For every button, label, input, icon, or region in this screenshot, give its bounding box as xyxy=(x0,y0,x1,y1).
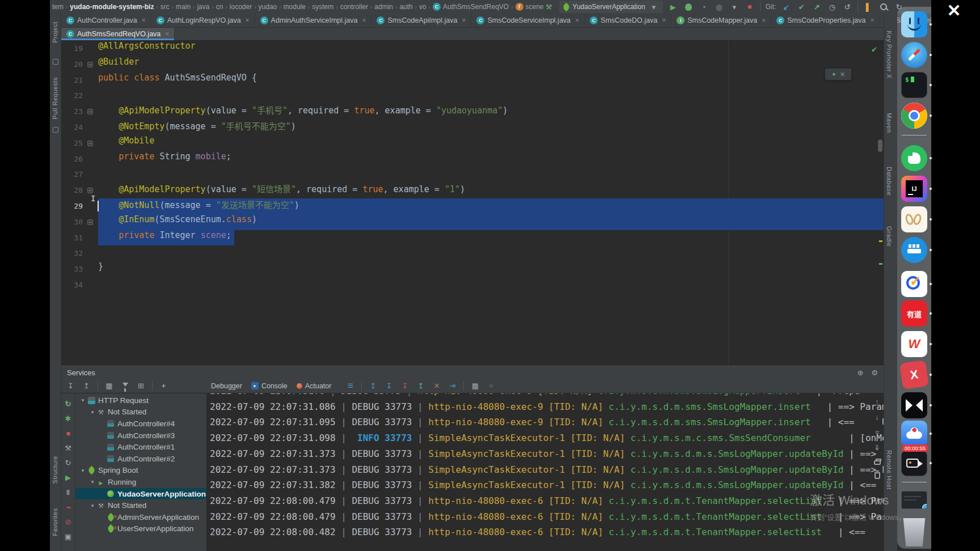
dock-item-trash[interactable] xyxy=(901,518,927,546)
breadcrumb-item[interactable]: yudao xyxy=(259,3,277,11)
tree-item[interactable]: YudaoServerApplication xyxy=(75,488,206,500)
tree-item[interactable]: AdminServerApplication xyxy=(75,511,206,523)
breadcrumb-item[interactable]: vo xyxy=(419,3,426,11)
tree-chevron-icon[interactable]: ▾ xyxy=(79,468,87,473)
editor-tab[interactable]: CSmsCodeServiceImpl.java× xyxy=(471,14,585,27)
profiler-button[interactable] xyxy=(699,2,709,12)
pin-icon[interactable] xyxy=(53,127,58,133)
run-configuration-selector[interactable]: YudaoServerApplication xyxy=(559,1,663,13)
chevron-down-icon[interactable] xyxy=(729,2,740,12)
debug-icon[interactable] xyxy=(64,414,73,423)
resume-icon[interactable] xyxy=(64,473,73,482)
console-tab-debugger[interactable]: Debugger xyxy=(211,382,242,390)
grid-icon[interactable] xyxy=(470,381,480,391)
dock-item-capcut[interactable] xyxy=(901,392,927,418)
group-by-icon[interactable] xyxy=(104,381,114,391)
git-update-icon[interactable] xyxy=(781,2,791,12)
tree-item[interactable]: ▾Not Started xyxy=(75,499,206,511)
dock-item-docker[interactable] xyxy=(901,237,927,263)
jump-bottom-icon[interactable] xyxy=(400,381,409,391)
tab-close-icon[interactable]: × xyxy=(142,16,146,24)
dock-item-navicat[interactable] xyxy=(901,206,927,232)
breadcrumb-item[interactable]: controller xyxy=(340,3,368,11)
fold-marker-icon[interactable]: − xyxy=(87,188,93,193)
overlay-close-icon[interactable] xyxy=(943,0,965,20)
tab-close-icon[interactable]: × xyxy=(362,16,366,24)
sidebar-item-pull-requests[interactable]: Pull Requests xyxy=(52,77,58,119)
dock-item-chrome[interactable] xyxy=(901,103,927,129)
sidebar-item-database[interactable]: Database xyxy=(886,167,893,196)
breakpoints-icon[interactable] xyxy=(64,502,73,512)
dock-item-finder[interactable] xyxy=(901,11,927,37)
cursor-follow-icon[interactable] xyxy=(447,381,457,391)
scroll-up-icon[interactable] xyxy=(872,397,882,406)
tab-close-icon[interactable]: × xyxy=(762,16,766,24)
scroll-up-icon[interactable] xyxy=(368,381,378,391)
breadcrumb-item[interactable]: system xyxy=(312,3,333,11)
breadcrumb-item[interactable]: main xyxy=(176,3,191,11)
collapse-all-icon[interactable] xyxy=(82,381,91,391)
tab-close-icon[interactable]: × xyxy=(870,16,874,24)
editor-tab[interactable]: CAuthLoginRespVO.java× xyxy=(151,14,255,27)
git-commit-icon[interactable] xyxy=(796,2,806,12)
console-tab-actuator[interactable]: Actuator xyxy=(297,382,332,390)
fold-marker-icon[interactable]: − xyxy=(87,109,93,115)
editor-tab[interactable]: CSmsCodeDO.java× xyxy=(585,14,671,27)
expand-all-icon[interactable] xyxy=(66,381,75,391)
soft-wrap-icon[interactable] xyxy=(872,427,882,437)
dock-item-cloud-drive[interactable] xyxy=(901,421,927,447)
sidebar-item-project[interactable]: Project xyxy=(52,22,58,43)
breadcrumb-item[interactable]: admin xyxy=(374,3,393,11)
editor-tab[interactable]: CAuthSmsSendReqVO.java× xyxy=(61,28,175,40)
run-button[interactable] xyxy=(668,2,678,12)
breadcrumb-item[interactable]: module xyxy=(284,3,306,11)
screenshot-icon[interactable] xyxy=(64,532,73,541)
debug-button[interactable] xyxy=(683,2,694,12)
breadcrumb-item[interactable]: src xyxy=(160,3,170,11)
tree-chevron-icon[interactable]: ▾ xyxy=(88,479,96,485)
breadcrumb-item[interactable]: iocoder xyxy=(230,3,252,11)
tree-item[interactable]: AuthController#3 xyxy=(75,430,206,442)
stop-icon[interactable] xyxy=(64,429,73,438)
sidebar-item-favorites[interactable]: Favorites xyxy=(52,508,58,536)
rerun-icon[interactable] xyxy=(64,399,73,409)
editor-scrollbar-thumb[interactable] xyxy=(878,139,882,152)
mute-breakpoints-icon[interactable] xyxy=(64,517,73,527)
wrench-icon[interactable] xyxy=(64,443,73,453)
bookmark-icon[interactable] xyxy=(53,59,58,65)
clear-console-icon[interactable] xyxy=(432,381,441,391)
tree-item[interactable]: AuthController#4 xyxy=(75,418,206,430)
build-hammer-icon[interactable] xyxy=(544,2,554,12)
inspections-ok-icon[interactable]: ✔ xyxy=(871,45,877,54)
breadcrumb-item[interactable]: CAuthSmsSendReqVO xyxy=(433,3,509,11)
dock-item-safari[interactable] xyxy=(901,42,927,68)
dock-item-youdao-dict[interactable]: 有道 xyxy=(901,300,927,327)
close-icon[interactable]: ✕ xyxy=(840,71,845,78)
breadcrumb-item[interactable]: cn xyxy=(216,3,223,11)
filter-icon[interactable] xyxy=(120,381,130,391)
tree-chevron-icon[interactable]: ▾ xyxy=(88,503,96,508)
fold-marker-icon[interactable]: − xyxy=(87,141,93,146)
tree-item[interactable]: ▾Running xyxy=(75,476,206,488)
tab-close-icon[interactable]: × xyxy=(165,30,169,38)
rollback-icon[interactable] xyxy=(842,2,852,12)
stop-button[interactable] xyxy=(745,2,755,12)
breadcrumb-item[interactable]: java xyxy=(197,3,209,11)
history-icon[interactable] xyxy=(827,2,837,12)
editor-tab[interactable]: ISmsCodeMapper.java× xyxy=(671,14,771,27)
breadcrumb-item[interactable]: fscene xyxy=(516,3,544,11)
refresh-icon[interactable] xyxy=(64,458,73,468)
add-frame-icon[interactable] xyxy=(136,381,146,391)
editor-tab[interactable]: CAuthController.java× xyxy=(61,14,151,27)
dock-item-window-preview[interactable] xyxy=(901,491,927,509)
dock-item-wps-office[interactable]: W xyxy=(901,331,927,357)
tab-close-icon[interactable]: × xyxy=(462,16,466,24)
sidebar-item-structure[interactable]: Structure xyxy=(52,456,58,484)
editor-tab[interactable]: CSmsCodeApiImpl.java× xyxy=(371,14,471,27)
soft-wrap-icon[interactable] xyxy=(486,381,496,391)
console-log[interactable]: 2022-07-09 22:07:31.0 | DEBUG 33773 | ht… xyxy=(206,393,884,551)
tree-item[interactable]: ▾Not Started xyxy=(75,406,206,418)
sidebar-item-maven[interactable]: Maven xyxy=(886,113,893,133)
dock-item-intellij-idea[interactable]: IJ xyxy=(901,176,927,202)
clear-all-icon[interactable] xyxy=(875,472,880,479)
